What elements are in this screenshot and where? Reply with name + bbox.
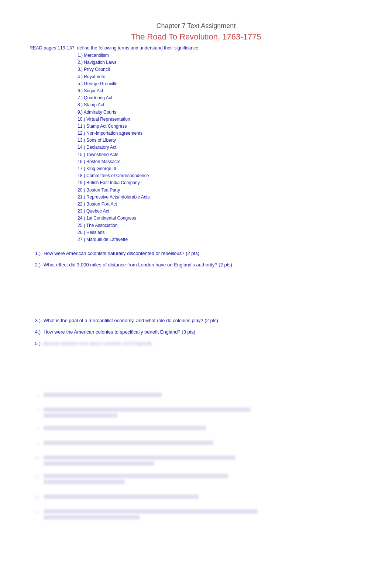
blurred-text-block bbox=[44, 407, 250, 412]
blurred-text-container bbox=[44, 393, 362, 399]
blurred-text-container bbox=[44, 426, 362, 432]
blurred-text-block bbox=[44, 474, 228, 478]
blurred-question: 8. bbox=[30, 426, 362, 432]
list-item: 7.) Quartering Act bbox=[78, 94, 362, 101]
question-text: What effect did 3,000 miles of distance … bbox=[44, 262, 362, 268]
blurred-text-block bbox=[44, 509, 258, 514]
blurred-text-block bbox=[44, 393, 162, 397]
question-number: 4.) bbox=[30, 329, 41, 335]
list-item: 17.) King George III bbox=[78, 165, 362, 172]
list-item: 21.) Repressive Acts/Intolerable Acts bbox=[78, 194, 362, 201]
list-item: 24.) 1st Continental Congress bbox=[78, 215, 362, 222]
list-item: 16.) Boston Massacre bbox=[78, 158, 362, 165]
list-item: 11.) Stamp Act Congress bbox=[78, 123, 362, 130]
blurred-question-number: 12. bbox=[30, 494, 41, 500]
blurred-text-block bbox=[44, 515, 140, 520]
main-title: The Road To Revolution, 1763-1775 bbox=[30, 32, 362, 42]
blurred-question: 10. bbox=[30, 455, 362, 467]
question-text: What is the goal of a mercantilist econo… bbox=[44, 318, 362, 323]
blurred-question: 6. bbox=[30, 393, 362, 399]
question-item: 1.)How were American colonists naturally… bbox=[30, 251, 362, 256]
blurred-question-number: 9. bbox=[30, 441, 41, 446]
blurred-text-container bbox=[44, 455, 362, 467]
blurred-text-block bbox=[44, 441, 213, 445]
blurred-question-number: 8. bbox=[30, 426, 41, 432]
blurred-question-number: 7. bbox=[30, 407, 41, 419]
terms-list: 1.) Mercantilism2.) Navigation Laws3.) P… bbox=[78, 52, 362, 243]
blurred-question: 11. bbox=[30, 474, 362, 486]
blurred-text-container bbox=[44, 441, 362, 446]
question-item: 2.)What effect did 3,000 miles of distan… bbox=[30, 262, 362, 268]
instructions: READ pages 119-137, define the following… bbox=[30, 45, 362, 51]
blurred-text-container bbox=[44, 474, 362, 486]
list-item: 10.) Virtual Representation bbox=[78, 116, 362, 123]
blurred-question-number: 10. bbox=[30, 455, 41, 467]
list-item: 25.) The Association bbox=[78, 222, 362, 229]
blurred-text-container bbox=[44, 494, 362, 500]
list-item: 6.) Sugar Act bbox=[78, 87, 362, 94]
question-item: 3.)What is the goal of a mercantilist ec… bbox=[30, 318, 362, 323]
blurred-question: 12. bbox=[30, 494, 362, 500]
list-item: 12.) Non-importation agreements bbox=[78, 130, 362, 137]
list-item: 1.) Mercantilism bbox=[78, 52, 362, 59]
blurred-question: 9. bbox=[30, 441, 362, 446]
blurred-question-number: 13. bbox=[30, 509, 41, 521]
question-number: 3.) bbox=[30, 318, 41, 323]
list-item: 4.) Royal Veto bbox=[78, 73, 362, 80]
blurred-text-block bbox=[44, 413, 117, 418]
question-text: [blurred question text about colonists a… bbox=[44, 341, 362, 346]
blurred-text-block bbox=[44, 480, 125, 484]
blurred-section: 6.7.8.9.10.11.12.13. bbox=[30, 393, 362, 521]
questions-section: 1.)How were American colonists naturally… bbox=[30, 251, 362, 382]
blurred-question-number: 6. bbox=[30, 393, 41, 399]
list-item: 2.) Navigation Laws bbox=[78, 59, 362, 66]
blurred-text-container bbox=[44, 407, 362, 419]
list-item: 27.) Marquis de Lafayette bbox=[78, 236, 362, 243]
list-item: 13.) Sons of Liberty bbox=[78, 137, 362, 144]
list-item: 23.) Quebec Act bbox=[78, 208, 362, 215]
list-item: 3.) Privy Council bbox=[78, 66, 362, 73]
list-item: 20.) Boston Tea Party bbox=[78, 187, 362, 194]
blurred-question: 13. bbox=[30, 509, 362, 521]
list-item: 15.) Townshend Acts bbox=[78, 151, 362, 158]
list-item: 8.) Stamp Act bbox=[78, 101, 362, 108]
question-text: How were the American colonies to specif… bbox=[44, 329, 362, 335]
question-text: How were American colonists naturally di… bbox=[44, 251, 362, 256]
list-item: 14.) Declaratory Act bbox=[78, 144, 362, 151]
question-number: 1.) bbox=[30, 251, 41, 256]
blurred-question-number: 11. bbox=[30, 474, 41, 486]
blurred-text-container bbox=[44, 509, 362, 521]
blurred-text-block bbox=[44, 426, 206, 430]
blurred-text-block bbox=[44, 455, 235, 460]
list-item: 22.) Boston Port Act bbox=[78, 201, 362, 208]
question-item: 4.)How were the American colonies to spe… bbox=[30, 329, 362, 335]
list-item: 5.) George Grenville bbox=[78, 80, 362, 87]
blurred-text-block bbox=[44, 461, 154, 466]
question-item: 5.)[blurred question text about colonist… bbox=[30, 341, 362, 346]
list-item: 18.) Committees of Correspondence bbox=[78, 172, 362, 179]
question-number: 2.) bbox=[30, 262, 41, 268]
chapter-title: Chapter 7 Text Assignment bbox=[30, 22, 362, 30]
list-item: 26.) Hessians bbox=[78, 229, 362, 236]
list-item: 9.) Admiralty Courts bbox=[78, 109, 362, 116]
blurred-text-block bbox=[44, 494, 199, 499]
question-number: 5.) bbox=[30, 341, 41, 346]
blurred-question: 7. bbox=[30, 407, 362, 419]
list-item: 19.) British East India Company bbox=[78, 179, 362, 186]
